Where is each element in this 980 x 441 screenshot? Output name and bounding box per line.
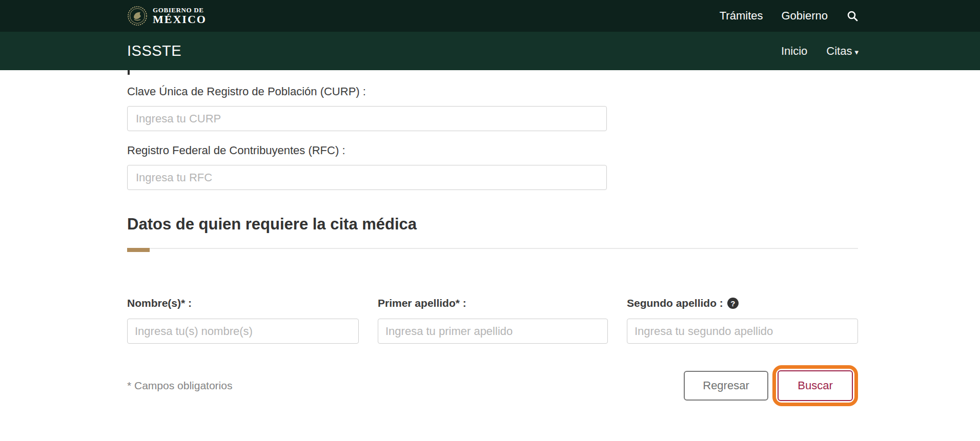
- rfc-label: Registro Federal de Contribuyentes (RFC)…: [127, 144, 858, 157]
- name-fields-row: Nombre(s)* : Primer apellido* : Segundo …: [127, 297, 858, 344]
- site-title-issste[interactable]: ISSSTE: [127, 43, 181, 59]
- nav-link-tramites[interactable]: Trámites: [720, 9, 763, 23]
- segundo-apellido-input[interactable]: [627, 319, 858, 344]
- caret-down-icon: ▾: [854, 48, 859, 56]
- gobierno-header-bar: GOBIERNO DE MÉXICO Trámites Gobierno: [0, 0, 980, 32]
- form-footer-row: * Campos obligatorios Regresar Buscar: [127, 365, 858, 406]
- appointment-form: Clave Única de Registro de Población (CU…: [127, 70, 858, 406]
- required-fields-note: * Campos obligatorios: [127, 380, 232, 392]
- segundo-apellido-field-group: Segundo apellido : ?: [627, 297, 858, 344]
- brand-line-1: GOBIERNO DE: [153, 7, 207, 14]
- rfc-field-group: Registro Federal de Contribuyentes (RFC)…: [127, 144, 858, 190]
- issste-subheader-bar: ISSSTE Inicio Citas ▾: [0, 32, 980, 70]
- nombre-label: Nombre(s)* :: [127, 297, 359, 309]
- divider-gold-accent: [127, 248, 150, 252]
- citas-label: Citas: [826, 45, 852, 58]
- section-divider: [127, 248, 858, 252]
- section-title: Datos de quien requiere la cita médica: [127, 215, 858, 234]
- help-question-icon[interactable]: ?: [727, 298, 739, 309]
- buscar-button[interactable]: Buscar: [778, 370, 853, 401]
- nombre-label-text: Nombre(s)* :: [127, 297, 192, 309]
- nombre-input[interactable]: [127, 319, 359, 344]
- nav-link-inicio[interactable]: Inicio: [781, 45, 807, 58]
- search-icon[interactable]: [846, 10, 859, 22]
- primer-apellido-field-group: Primer apellido* :: [378, 297, 608, 344]
- curp-field-group: Clave Única de Registro de Población (CU…: [127, 85, 858, 131]
- segundo-apellido-label-text: Segundo apellido :: [627, 297, 723, 309]
- gobierno-de-mexico-logo[interactable]: GOBIERNO DE MÉXICO: [127, 6, 207, 26]
- regresar-button[interactable]: Regresar: [684, 371, 768, 401]
- clipped-text-artifact: [128, 70, 130, 75]
- divider-line: [127, 248, 858, 249]
- nombre-field-group: Nombre(s)* :: [127, 297, 359, 344]
- rfc-input[interactable]: [127, 165, 607, 190]
- brand-line-2: MÉXICO: [153, 13, 207, 25]
- primer-apellido-input[interactable]: [378, 319, 608, 344]
- action-buttons: Regresar Buscar: [684, 365, 858, 406]
- primer-apellido-label-text: Primer apellido* :: [378, 297, 466, 309]
- primer-apellido-label: Primer apellido* :: [378, 297, 608, 309]
- nav-link-citas-dropdown[interactable]: Citas ▾: [826, 45, 859, 58]
- nav-link-gobierno[interactable]: Gobierno: [781, 9, 828, 23]
- mexico-seal-icon: [127, 6, 148, 26]
- buscar-highlight-ring: Buscar: [772, 365, 858, 406]
- segundo-apellido-label: Segundo apellido : ?: [627, 297, 858, 309]
- curp-label: Clave Única de Registro de Población (CU…: [127, 85, 858, 98]
- sub-nav: Inicio Citas ▾: [781, 45, 859, 58]
- top-nav: Trámites Gobierno: [720, 9, 859, 23]
- curp-input[interactable]: [127, 106, 607, 131]
- brand-text: GOBIERNO DE MÉXICO: [153, 7, 207, 26]
